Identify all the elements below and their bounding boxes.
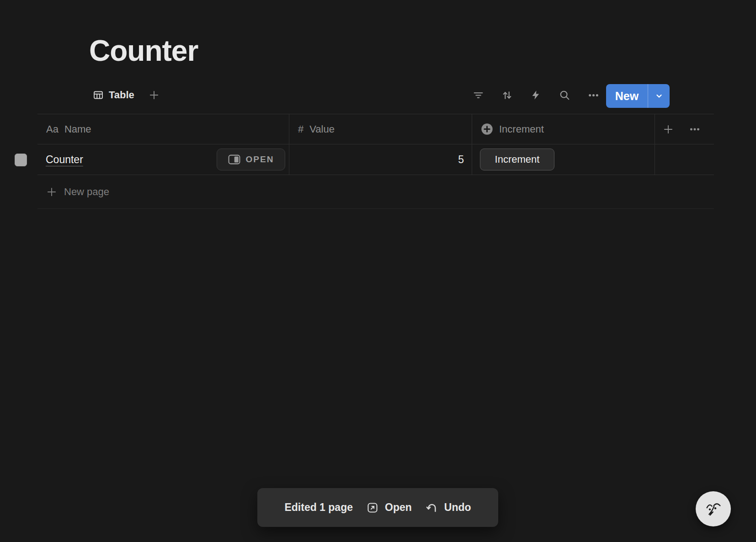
add-view-button[interactable]	[148, 89, 160, 101]
search-button[interactable]	[559, 89, 570, 101]
toast-undo-label: Undo	[444, 501, 471, 514]
cell-name[interactable]: Counter OPEN	[37, 144, 289, 175]
automations-button[interactable]	[530, 89, 542, 101]
table-row: Counter OPEN 5 Increment	[37, 144, 714, 175]
side-peek-icon	[228, 154, 240, 165]
table-view-icon	[93, 90, 104, 101]
assistant-avatar-button[interactable]	[696, 491, 731, 526]
page-link[interactable]: Counter	[37, 154, 83, 166]
filter-button[interactable]	[472, 89, 484, 101]
open-in-new-icon	[367, 502, 378, 514]
open-page-button[interactable]: OPEN	[217, 149, 285, 170]
column-header-extra	[655, 114, 714, 144]
sort-button[interactable]	[501, 89, 513, 101]
column-label: Increment	[499, 123, 544, 135]
row-select-checkbox[interactable]	[15, 154, 27, 166]
number-property-icon: #	[298, 124, 303, 134]
new-button[interactable]: New	[606, 84, 670, 108]
more-icon	[588, 90, 599, 101]
view-options-button[interactable]	[587, 89, 599, 101]
sort-icon	[501, 90, 513, 101]
add-column-button[interactable]	[662, 123, 674, 135]
view-bar: Table	[93, 85, 160, 105]
column-header-increment[interactable]: Increment	[472, 114, 655, 144]
plus-icon	[148, 89, 160, 101]
toast-open-label: Open	[385, 501, 412, 514]
automation-icon	[530, 90, 541, 101]
filter-icon	[473, 90, 484, 101]
table-options-button[interactable]	[689, 123, 701, 135]
table-header-row: Aa Name # Value Increment	[37, 114, 714, 144]
page-title[interactable]: Counter	[89, 34, 198, 68]
search-icon	[559, 90, 570, 101]
plus-icon	[46, 186, 58, 198]
view-tab-label: Table	[109, 89, 134, 101]
column-label: Value	[309, 123, 335, 135]
new-button-label[interactable]: New	[606, 84, 648, 108]
increment-button[interactable]: Increment	[480, 149, 554, 170]
database-table: Aa Name # Value Increment	[37, 114, 714, 209]
open-page-label: OPEN	[246, 154, 274, 165]
column-label: Name	[64, 123, 91, 135]
view-toolbar	[472, 85, 599, 105]
column-header-value[interactable]: # Value	[289, 114, 472, 144]
tab-table-view[interactable]: Table	[93, 89, 134, 101]
edit-toast: Edited 1 page Open Undo	[257, 488, 498, 527]
chevron-down-icon	[654, 90, 665, 101]
undo-icon	[426, 501, 438, 514]
cell-value[interactable]: 5	[289, 144, 472, 175]
text-property-icon: Aa	[46, 124, 59, 134]
button-property-icon	[481, 123, 493, 135]
new-page-label: New page	[64, 186, 109, 198]
cell-extra	[655, 144, 714, 175]
new-page-row[interactable]: New page	[37, 175, 714, 209]
new-dropdown-button[interactable]	[648, 84, 670, 108]
toast-message: Edited 1 page	[284, 501, 353, 514]
notion-page: Counter Table	[0, 0, 756, 542]
toast-undo-button[interactable]: Undo	[426, 501, 471, 514]
face-glyph-icon	[703, 499, 724, 520]
column-header-name[interactable]: Aa Name	[37, 114, 289, 144]
toast-open-button[interactable]: Open	[367, 501, 412, 514]
cell-increment: Increment	[472, 144, 655, 175]
